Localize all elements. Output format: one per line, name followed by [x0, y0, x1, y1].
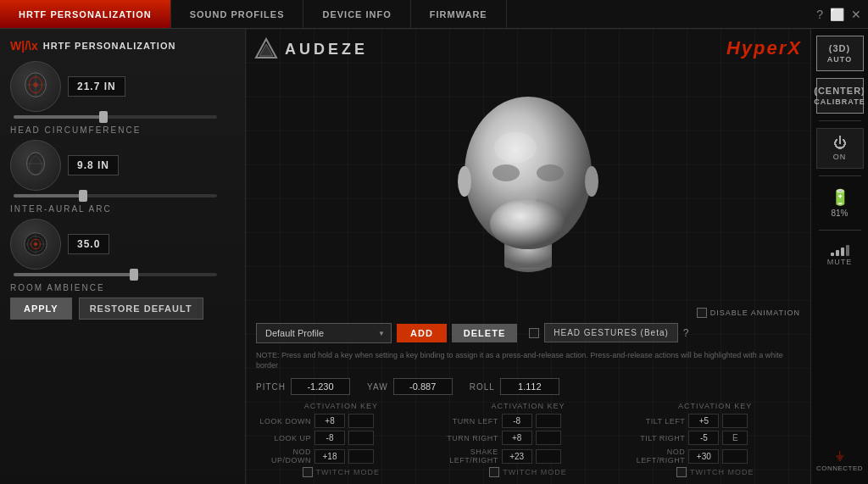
panel-title: W|/\x HRTF PERSONALIZATION	[10, 39, 235, 53]
inter-aural-label: INTER-AURAL ARC	[10, 204, 235, 214]
act-row-nod-lr: NOD LEFT/RIGHT	[630, 448, 800, 465]
disable-animation-label: DISABLE ANIMATION	[710, 309, 800, 317]
twitch-yaw-row: TWITCH MODE	[443, 467, 614, 477]
inter-aural-row: 9.8 IN	[10, 140, 235, 191]
center-calibrate-button[interactable]: (CENTER) CALIBRATE	[816, 78, 864, 114]
tilt-right-value[interactable]	[688, 431, 719, 445]
look-up-key[interactable]	[348, 431, 374, 445]
head-side-icon	[10, 140, 61, 191]
turn-left-value[interactable]	[502, 414, 532, 428]
room-target-svg	[19, 228, 52, 260]
power-icon: ⏻	[833, 136, 847, 151]
tilt-left-value[interactable]	[688, 414, 719, 428]
act-row-tilt-right: TILT RIGHT	[630, 431, 800, 445]
3d-button-top: (3D)	[829, 43, 850, 53]
shake-label: SHAKE LEFT/RIGHT	[443, 448, 498, 465]
head-gestures-button[interactable]: HEAD GESTURES (Beta)	[544, 323, 678, 342]
tilt-right-label: TILT RIGHT	[630, 434, 685, 442]
profile-row: Default Profile ADD DELETE HEAD GESTURES…	[256, 323, 800, 343]
twitch-roll-checkbox[interactable]	[676, 467, 687, 477]
nod-lr-key[interactable]	[722, 449, 748, 464]
nav-firmware[interactable]: FIRMWARE	[411, 0, 507, 28]
act-row-look-down: LOOK DOWN	[256, 414, 426, 428]
head-circumference-slider-row	[10, 115, 235, 119]
act-row-nod-updown: NOD UP/DOWN	[256, 448, 426, 465]
right-divider-3	[819, 230, 861, 231]
help-gestures-icon[interactable]: ?	[683, 327, 689, 339]
activation-table: ACTIVATION KEY LOOK DOWN LOOK UP NOD UP/…	[256, 402, 800, 477]
yaw-input[interactable]	[393, 378, 453, 395]
act-row-turn-right: TURN RIGHT	[443, 431, 614, 445]
shake-key[interactable]	[536, 449, 561, 464]
mute-button[interactable]: MUTE	[816, 237, 864, 271]
head-side-svg	[19, 149, 52, 181]
pitch-input[interactable]	[291, 378, 350, 395]
room-ambience-value: 35.0	[68, 234, 109, 254]
svg-marker-14	[259, 44, 273, 56]
look-up-value[interactable]	[314, 431, 345, 445]
nod-updown-value[interactable]	[314, 449, 345, 464]
right-divider-1	[819, 120, 861, 121]
head-3d-svg	[435, 63, 621, 283]
svg-point-20	[537, 164, 564, 181]
power-button[interactable]: ⏻ ON	[816, 128, 864, 169]
controls-area: DISABLE ANIMATION Default Profile ADD DE…	[246, 301, 810, 484]
room-ambience-slider-row	[10, 273, 235, 276]
turn-right-key[interactable]	[536, 431, 561, 445]
apply-button[interactable]: APPLY	[10, 298, 72, 320]
restore-default-button[interactable]: RESTORE DEFAULT	[79, 298, 203, 320]
center-button-top: (CENTER)	[814, 86, 865, 96]
look-down-key[interactable]	[348, 414, 374, 428]
close-icon[interactable]: ✕	[851, 8, 861, 21]
nav-device-info[interactable]: DEVICE INFO	[303, 0, 410, 28]
bar-1	[831, 253, 834, 256]
add-profile-button[interactable]: ADD	[397, 324, 447, 342]
inter-aural-value: 9.8 IN	[68, 155, 119, 175]
act-row-shake: SHAKE LEFT/RIGHT	[443, 448, 614, 465]
head-circumference-slider[interactable]	[14, 115, 217, 119]
help-icon[interactable]: ?	[816, 8, 823, 21]
twitch-pitch-checkbox[interactable]	[303, 467, 313, 477]
nav-hrtf[interactable]: HRTF PERSONALIZATION	[0, 0, 171, 28]
nav-icons: ? ⬜ ✕	[816, 8, 861, 21]
disable-animation-checkbox[interactable]	[697, 308, 707, 318]
roll-input[interactable]	[500, 378, 559, 395]
shake-value[interactable]	[502, 449, 532, 464]
tilt-right-key[interactable]	[722, 431, 748, 445]
left-panel: W|/\x HRTF PERSONALIZATION 21.7 IN	[0, 29, 246, 484]
nod-lr-value[interactable]	[688, 449, 719, 464]
bar-3	[841, 248, 844, 256]
nod-updown-key[interactable]	[348, 449, 374, 464]
window-icon[interactable]: ⬜	[830, 8, 844, 21]
roll-label: ROLL	[470, 382, 495, 392]
act-row-tilt-left: TILT LEFT	[630, 414, 800, 428]
room-ambience-slider[interactable]	[14, 273, 217, 276]
hyperx-logo: HyperX	[726, 37, 802, 59]
nav-sound-profiles[interactable]: SOUND PROFILES	[171, 0, 304, 28]
twitch-pitch-row: TWITCH MODE	[256, 467, 426, 477]
pitch-yaw-roll-row: PITCH YAW ROLL	[256, 378, 800, 395]
delete-profile-button[interactable]: DELETE	[452, 324, 517, 342]
head-3d-model	[435, 63, 621, 283]
svg-point-18	[490, 198, 566, 249]
head-gestures-checkbox[interactable]	[529, 328, 539, 338]
twitch-yaw-label: TWITCH MODE	[503, 468, 567, 476]
profile-dropdown[interactable]: Default Profile	[256, 323, 392, 343]
battery-icon: 🔋	[831, 188, 849, 207]
tilt-left-key[interactable]	[722, 414, 748, 428]
power-label: ON	[833, 153, 847, 161]
act-row-look-up: LOOK UP	[256, 431, 426, 445]
turn-left-key[interactable]	[536, 414, 561, 428]
twitch-yaw-checkbox[interactable]	[489, 467, 499, 477]
top-nav: HRTF PERSONALIZATION SOUND PROFILES DEVI…	[0, 0, 868, 29]
room-ambience-row: 35.0	[10, 219, 235, 270]
connected-status: ⏚ CONNECTED	[816, 442, 864, 477]
right-panel: (3D) AUTO (CENTER) CALIBRATE ⏻ ON 🔋 81%	[810, 29, 868, 484]
bar-2	[836, 250, 839, 256]
3d-button[interactable]: (3D) AUTO	[816, 36, 864, 71]
disable-animation-row: DISABLE ANIMATION	[256, 308, 800, 318]
turn-right-value[interactable]	[502, 431, 532, 445]
look-down-value[interactable]	[314, 414, 345, 428]
inter-aural-slider[interactable]	[14, 194, 217, 197]
activation-col-yaw: ACTIVATION KEY TURN LEFT TURN RIGHT SHAK…	[443, 402, 614, 477]
